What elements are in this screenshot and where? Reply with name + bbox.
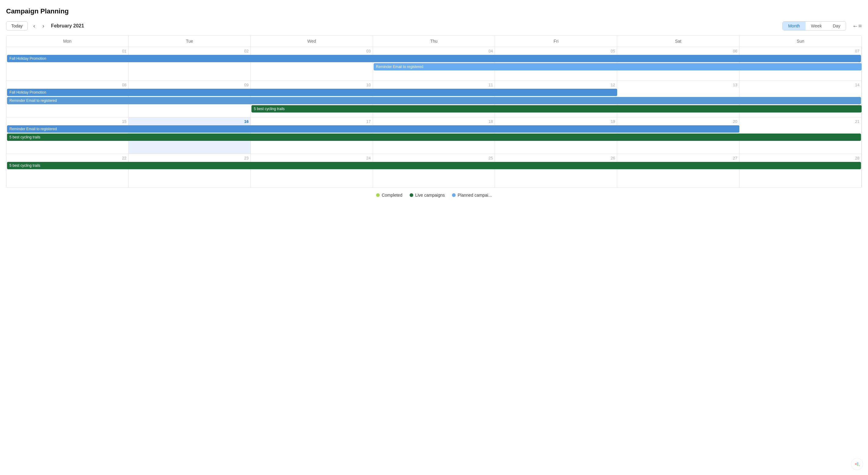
week-4: 22 23 24 25 26 27 28 5 best cycling trai… — [6, 154, 862, 187]
page-title: Campaign Planning — [6, 7, 862, 15]
week-3: 15 16 17 18 19 20 21 Reminder Email to r… — [6, 117, 862, 154]
next-button[interactable]: › — [40, 22, 46, 30]
dot-live — [410, 193, 413, 197]
legend-planned: Planned campai... — [452, 193, 492, 198]
day-name-thu: Thu — [373, 36, 495, 47]
filter-icon[interactable]: ←= — [852, 23, 862, 30]
cell-06[interactable]: 06 — [617, 47, 739, 81]
day-name-tue: Tue — [129, 36, 251, 47]
cell-25[interactable]: 25 — [373, 154, 495, 187]
day-name-sun: Sun — [739, 36, 862, 47]
cell-14[interactable]: 14 — [739, 81, 862, 117]
prev-button[interactable]: ‹ — [31, 22, 37, 30]
cell-28[interactable]: 28 — [739, 154, 862, 187]
cell-24[interactable]: 24 — [251, 154, 373, 187]
legend-live: Live campaigns — [410, 193, 445, 198]
view-tabs: Month Week Day — [782, 21, 846, 30]
cell-12[interactable]: 12 — [495, 81, 617, 117]
week-1: 01 02 03 04 05 06 07 Fall Holiday Promot… — [6, 47, 862, 81]
cell-10[interactable]: 10 — [251, 81, 373, 117]
cell-19[interactable]: 19 — [495, 117, 617, 154]
cell-16[interactable]: 16 — [129, 117, 251, 154]
tab-week[interactable]: Week — [806, 22, 828, 30]
cell-07[interactable]: 07 — [739, 47, 862, 81]
legend-completed-label: Completed — [381, 193, 402, 198]
cell-13[interactable]: 13 — [617, 81, 739, 117]
cell-22[interactable]: 22 — [6, 154, 129, 187]
cell-08[interactable]: 08 — [6, 81, 129, 117]
month-label: February 2021 — [51, 23, 84, 29]
tab-month[interactable]: Month — [783, 22, 806, 30]
app-container: Campaign Planning Today ‹ › February 202… — [0, 0, 868, 207]
week-2: 08 09 10 11 12 13 14 Fall Holiday Promot… — [6, 81, 862, 117]
legend: Completed Live campaigns Planned campai.… — [6, 188, 862, 200]
cell-04[interactable]: 04 — [373, 47, 495, 81]
day-name-fri: Fri — [495, 36, 617, 47]
cell-27[interactable]: 27 — [617, 154, 739, 187]
calendar-header: Mon Tue Wed Thu Fri Sat Sun — [6, 36, 862, 47]
day-name-sat: Sat — [617, 36, 739, 47]
legend-planned-label: Planned campai... — [458, 193, 492, 198]
cell-02[interactable]: 02 — [129, 47, 251, 81]
today-button[interactable]: Today — [6, 21, 28, 30]
day-name-wed: Wed — [251, 36, 373, 47]
toolbar: Today ‹ › February 2021 Month Week Day ←… — [6, 21, 862, 30]
cell-01[interactable]: 01 — [6, 47, 129, 81]
calendar-body: 01 02 03 04 05 06 07 Fall Holiday Promot… — [6, 47, 862, 187]
cell-17[interactable]: 17 — [251, 117, 373, 154]
cell-23[interactable]: 23 — [129, 154, 251, 187]
cell-03[interactable]: 03 — [251, 47, 373, 81]
day-name-mon: Mon — [6, 36, 129, 47]
calendar: Mon Tue Wed Thu Fri Sat Sun 01 02 03 04 … — [6, 35, 862, 188]
cell-20[interactable]: 20 — [617, 117, 739, 154]
cell-09[interactable]: 09 — [129, 81, 251, 117]
tab-day[interactable]: Day — [827, 22, 846, 30]
cell-11[interactable]: 11 — [373, 81, 495, 117]
cell-18[interactable]: 18 — [373, 117, 495, 154]
dot-planned — [452, 193, 456, 197]
cell-05[interactable]: 05 — [495, 47, 617, 81]
legend-completed: Completed — [376, 193, 402, 198]
dot-completed — [376, 193, 380, 197]
cell-21[interactable]: 21 — [739, 117, 862, 154]
cell-26[interactable]: 26 — [495, 154, 617, 187]
cell-15[interactable]: 15 — [6, 117, 129, 154]
legend-live-label: Live campaigns — [415, 193, 445, 198]
